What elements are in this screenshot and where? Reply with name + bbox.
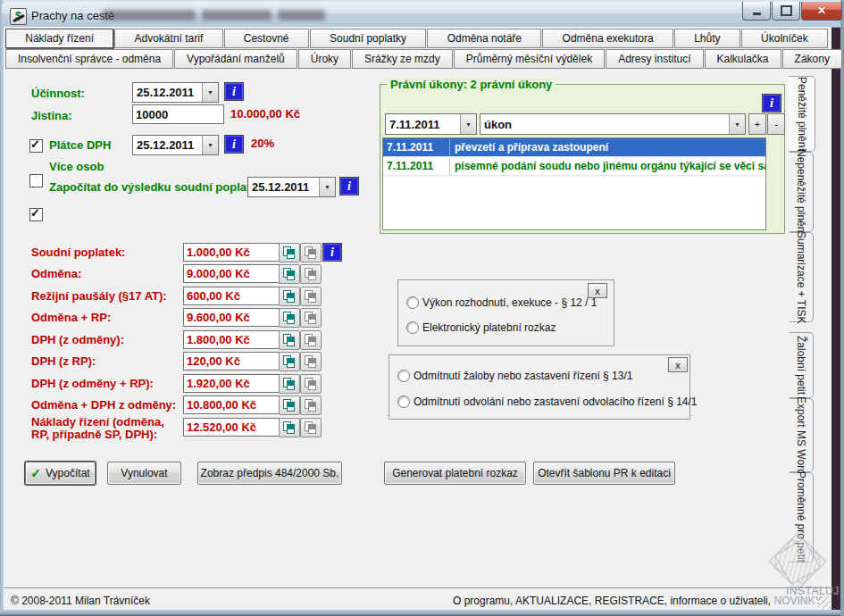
tab-uroky[interactable]: Úroky [298, 49, 351, 69]
tab-cestovne[interactable]: Cestovné [224, 29, 309, 48]
zobraz-predpis-button[interactable]: Zobraz předpis 484/2000 Sb. [197, 462, 342, 485]
add-ukon-button[interactable]: + [748, 113, 766, 135]
ukon-select[interactable]: úkon ▼ [480, 113, 746, 135]
result-value[interactable]: 9.600,00 Kč [183, 308, 280, 327]
jistina-input[interactable]: 10000 [132, 104, 224, 124]
result-value[interactable]: 12.520,00 Kč [183, 418, 280, 437]
zapocitat-info-icon[interactable]: i [339, 177, 359, 196]
soudni-poplatek-info-icon[interactable]: i [322, 243, 342, 262]
side-tab-zalobni-petit[interactable]: Žalobní petit [790, 332, 814, 398]
copy-button[interactable] [279, 264, 300, 284]
side-tab-penezite-plneni[interactable]: Peněžité plnění [789, 76, 815, 152]
side-tab-export-ms-word[interactable]: Export MS Word [790, 398, 814, 472]
copy-plain-button[interactable] [300, 264, 322, 284]
copy-button[interactable] [279, 308, 300, 328]
copy-plain-button[interactable] [300, 418, 322, 437]
chevron-down-icon[interactable]: ▼ [319, 178, 335, 196]
copy-plain-button[interactable] [300, 374, 322, 394]
odmitnuti-zaloby-radio[interactable] [397, 370, 410, 382]
odmitnuti-zaloby-radio-label[interactable]: Odmítnutí žaloby nebo zastavení řízení §… [414, 370, 632, 382]
copy-plain-button[interactable] [300, 287, 322, 306]
result-value[interactable]: 10.800,00 Kč [183, 395, 280, 414]
copy-icon [305, 290, 317, 303]
ukony-list[interactable]: 7.11.2011 převzetí a příprava zastoupení… [382, 137, 766, 230]
dph-info-icon[interactable]: i [224, 135, 244, 154]
copy-button[interactable] [279, 243, 300, 262]
result-value[interactable]: 600,00 Kč [183, 287, 280, 305]
otevrit-sablonu-button[interactable]: Otevřít šablonu PR k editaci [533, 462, 675, 485]
list-item[interactable]: 7.11.2011 písemné podání soudu nebo jiné… [383, 157, 765, 176]
chevron-down-icon[interactable]: ▼ [202, 136, 218, 154]
tab-lhuty[interactable]: Lhůty [674, 29, 740, 48]
title-bar[interactable]: $ Prachy na cestě ✕ [2, 2, 840, 28]
copy-plain-button[interactable] [300, 395, 322, 415]
tab-prumerny-vydelek[interactable]: Průměrný měsíční výdělek [454, 49, 605, 69]
app-dollar-icon: $ [10, 8, 27, 25]
chevron-down-icon[interactable]: ▼ [202, 83, 218, 102]
chevron-down-icon[interactable]: ▼ [460, 114, 476, 134]
generovat-platebni-rozkaz-button[interactable]: Generovat platební rozkaz [384, 462, 526, 485]
ucinnost-date-select[interactable]: 25.12.2011 ▼ [132, 82, 219, 103]
platce-dph-date-select[interactable]: 25.12.2011 ▼ [132, 135, 219, 155]
tab-odmena-notare[interactable]: Odměna notáře [427, 29, 541, 48]
zapocitat-date-select[interactable]: 25.12.2011 ▼ [247, 177, 336, 197]
tab-adresy-instituci[interactable]: Adresy institucí [606, 49, 703, 69]
odmitnuti-odvolani-radio-label[interactable]: Odmítnutí odvolání nebo zastavení odvola… [414, 395, 698, 408]
close-icon[interactable]: ✕ [801, 2, 842, 21]
elektronicky-pr-radio-label[interactable]: Elektronický platební rozkaz [422, 321, 556, 334]
platce-dph-label[interactable]: Plátce DPH [49, 138, 111, 152]
vykon-radio-label[interactable]: Výkon rozhodnutí, exekuce - § 12 / 1 [422, 296, 597, 309]
remove-ukon-button[interactable]: - [767, 113, 785, 135]
copy-plain-button[interactable] [300, 308, 322, 328]
pravni-ukony-info-icon[interactable]: i [762, 94, 781, 112]
vypocitat-button[interactable]: ✓ Vypočítat [25, 462, 96, 485]
ucinnost-info-icon[interactable]: i [224, 82, 244, 101]
vynulovat-button[interactable]: Vynulovat [107, 462, 181, 485]
chevron-down-icon[interactable]: ▼ [729, 114, 745, 134]
zapocitat-label[interactable]: Započítat do výsledku soudní poplatek [49, 180, 263, 194]
vykon-radio[interactable] [406, 296, 419, 309]
result-value[interactable]: 9.000,00 Kč [183, 264, 280, 283]
tab-insolvencni-spravce[interactable]: Insolvenční správce - odměna [5, 49, 173, 69]
ukon-date-select[interactable]: 7.11.2011 ▼ [385, 113, 477, 135]
copy-button[interactable] [279, 374, 300, 394]
side-tab-nepenezite-plneni[interactable]: Nepeněžité plnění [790, 152, 814, 232]
statusbar-links[interactable]: O programu, AKTUALIZACE, REGISTRACE, inf… [453, 595, 822, 607]
tab-advokatni-tarif[interactable]: Advokátní tarif [114, 29, 222, 48]
zapocitat-checkbox[interactable]: ✓ [29, 208, 43, 221]
copy-button[interactable] [279, 418, 300, 437]
copy-plain-button[interactable] [300, 243, 322, 262]
result-value[interactable]: 1.000,00 Kč [183, 243, 280, 262]
resize-grip-icon[interactable] [818, 596, 831, 609]
group2-close-button[interactable]: x [668, 357, 688, 372]
side-tab-sumarizace[interactable]: Sumarizace + TISK [790, 232, 814, 322]
copy-icon [305, 355, 317, 368]
result-label: Soudní poplatek: [31, 246, 125, 259]
tab-vyporadani-manzelu[interactable]: Vypořádání manželů [174, 49, 297, 69]
result-label: DPH (z odměny + RP): [31, 377, 154, 390]
tab-odmena-exekutora[interactable]: Odměna exekutora [542, 29, 673, 48]
minimize-icon[interactable] [742, 2, 771, 21]
result-value[interactable]: 120,00 Kč [183, 352, 280, 370]
tab-ukolnicek[interactable]: Úkolníček [741, 29, 828, 48]
copy-button[interactable] [279, 330, 300, 350]
result-value[interactable]: 1.920,00 Kč [183, 374, 280, 393]
copy-plain-button[interactable] [300, 330, 322, 350]
list-item[interactable]: 7.11.2011 převzetí a příprava zastoupení [383, 138, 765, 157]
platce-dph-checkbox[interactable]: ✓ [29, 139, 43, 153]
tab-naklady-rizeni[interactable]: Náklady řízení [5, 29, 113, 48]
copy-plain-button[interactable] [300, 352, 322, 371]
tab-srazky-ze-mzdy[interactable]: Srážky ze mzdy [352, 49, 453, 69]
copy-button[interactable] [279, 352, 300, 371]
tab-zakony[interactable]: Zákony [782, 49, 842, 69]
copy-button[interactable] [279, 395, 300, 415]
result-value[interactable]: 1.800,00 Kč [183, 330, 280, 349]
vice-osob-checkbox[interactable] [29, 174, 43, 187]
vice-osob-label[interactable]: Více osob [49, 160, 104, 173]
tab-soudni-poplatky[interactable]: Soudní poplatky [310, 29, 427, 48]
copy-button[interactable] [279, 287, 300, 306]
maximize-icon[interactable] [772, 2, 800, 21]
elektronicky-pr-radio[interactable] [406, 321, 419, 334]
tab-kalkulacka[interactable]: Kalkulačka [705, 49, 781, 69]
odmitnuti-odvolani-radio[interactable] [397, 395, 410, 408]
